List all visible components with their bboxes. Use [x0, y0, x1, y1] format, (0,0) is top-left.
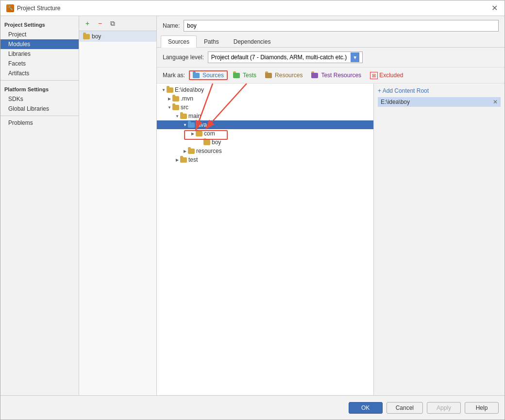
main-folder-icon: [180, 114, 187, 119]
toggle-main[interactable]: ▼: [174, 114, 180, 118]
toggle-root[interactable]: ▼: [161, 88, 167, 92]
language-level-label: Language level:: [163, 54, 204, 61]
remove-content-root-button[interactable]: ✕: [493, 99, 498, 105]
language-level-select[interactable]: Project default (7 - Diamonds, ARM, mult…: [208, 51, 363, 63]
test-resources-btn-label: Test Resources: [321, 72, 361, 79]
sidebar-item-modules[interactable]: Modules: [0, 39, 79, 49]
tree-item-com[interactable]: ▶ com: [157, 129, 373, 138]
ok-button[interactable]: OK: [349, 402, 383, 414]
module-toolbar: + − ⧉: [79, 16, 156, 31]
close-button[interactable]: ✕: [490, 4, 499, 12]
toggle-src[interactable]: ▼: [167, 105, 172, 110]
resources-btn-label: Resources: [275, 72, 303, 79]
java-folder-icon: [188, 122, 195, 128]
tree-panel[interactable]: ▼ E:\idea\boy ▶ .mvn ▼ src: [157, 84, 373, 395]
cancel-button[interactable]: Cancel: [387, 402, 423, 414]
language-level-value: Project default (7 - Diamonds, ARM, mult…: [211, 54, 347, 61]
tree-item-main[interactable]: ▼ main: [157, 112, 373, 120]
toggle-java[interactable]: ▼: [182, 123, 188, 127]
mark-as-sources-button[interactable]: Sources: [189, 70, 228, 80]
resources-folder-icon-tree: [188, 149, 195, 154]
apply-button[interactable]: Apply: [427, 402, 461, 414]
sidebar-item-global-libraries[interactable]: Global Libraries: [0, 104, 79, 114]
tree-node-label: E:\idea\boy: [175, 86, 204, 93]
root-folder-icon: [167, 87, 173, 93]
toggle-test[interactable]: ▶: [174, 158, 180, 162]
sources-btn-label: Sources: [202, 72, 224, 79]
toggle-resources[interactable]: ▶: [182, 149, 188, 153]
sidebar: Project Settings Project Modules Librari…: [0, 16, 79, 395]
tree-node-label: src: [181, 104, 188, 111]
toggle-com[interactable]: ▶: [190, 132, 196, 136]
mark-as-test-resources-button[interactable]: Test Resources: [308, 71, 365, 80]
sidebar-item-artifacts[interactable]: Artifacts: [0, 68, 79, 78]
mark-as-excluded-button[interactable]: ⊠ Excluded: [367, 71, 406, 80]
content-root-item: E:\idea\boy ✕: [378, 97, 501, 107]
toggle-mvn[interactable]: ▶: [167, 97, 172, 101]
mark-as-label: Mark as:: [163, 72, 185, 79]
tree-item-root[interactable]: ▼ E:\idea\boy: [157, 85, 373, 94]
test-folder-icon: [180, 157, 187, 163]
mark-as-resources-button[interactable]: Resources: [262, 71, 306, 80]
app-icon: 🔧: [6, 4, 14, 12]
module-folder-icon: [83, 34, 90, 39]
title-bar: 🔧 Project Structure ✕: [0, 0, 505, 16]
help-button[interactable]: Help: [465, 402, 499, 414]
remove-module-button[interactable]: −: [95, 18, 105, 29]
sources-folder-icon: [193, 73, 200, 78]
tests-folder-icon: [233, 73, 240, 78]
mark-as-row: Mark as: Sources Tests Resources Test Re…: [157, 67, 505, 84]
main-content: Project Settings Project Modules Librari…: [0, 16, 505, 395]
language-level-row: Language level: Project default (7 - Dia…: [157, 48, 505, 67]
tree-item-boy-sub[interactable]: ▶ boy: [157, 138, 373, 147]
platform-settings-header: Platform Settings: [0, 84, 79, 94]
sidebar-divider-2: [0, 116, 79, 116]
tree-node-label: com: [204, 130, 215, 137]
copy-module-button[interactable]: ⧉: [107, 18, 118, 29]
tab-sources[interactable]: Sources: [161, 35, 197, 48]
dialog-title: Project Structure: [17, 5, 60, 12]
tests-btn-label: Tests: [243, 72, 256, 79]
add-content-root-button[interactable]: + Add Content Root: [378, 87, 501, 94]
add-content-root-label: + Add Content Root: [378, 87, 429, 94]
tree-item-mvn[interactable]: ▶ .mvn: [157, 94, 373, 103]
project-structure-dialog: 🔧 Project Structure ✕ Project Settings P…: [0, 0, 505, 420]
excluded-btn-label: Excluded: [379, 72, 403, 79]
tree-item-src[interactable]: ▼ src: [157, 103, 373, 112]
src-folder-icon: [172, 105, 179, 110]
sidebar-item-project[interactable]: Project: [0, 30, 79, 39]
tree-node-label: main: [188, 113, 201, 119]
name-input[interactable]: [184, 20, 499, 32]
sidebar-item-sdks[interactable]: SDKs: [0, 94, 79, 104]
tabs-row: Sources Paths Dependencies: [157, 35, 505, 48]
content-root-panel: + Add Content Root E:\idea\boy ✕: [373, 84, 505, 395]
tree-node-label: boy: [212, 139, 221, 146]
right-panel: Name: Sources Paths Dependencies Languag…: [157, 16, 505, 395]
module-list: boy: [79, 31, 156, 395]
project-settings-header: Project Settings: [0, 20, 79, 30]
dropdown-arrow-icon: ▼: [351, 52, 359, 62]
com-folder-icon: [196, 131, 202, 136]
module-list-item[interactable]: boy: [79, 31, 156, 42]
bottom-bar: OK Cancel Apply Help: [0, 395, 505, 420]
sidebar-divider: [0, 80, 79, 81]
boy-sub-folder-icon: [203, 140, 210, 145]
tab-dependencies[interactable]: Dependencies: [226, 35, 278, 48]
mark-as-tests-button[interactable]: Tests: [230, 71, 260, 80]
tree-item-test[interactable]: ▶ test: [157, 155, 373, 164]
tree-item-java[interactable]: ▼ java: [157, 120, 373, 129]
tree-node-label: resources: [196, 148, 222, 154]
tab-paths[interactable]: Paths: [197, 35, 226, 48]
sidebar-item-facets[interactable]: Facets: [0, 59, 79, 68]
sidebar-item-problems[interactable]: Problems: [0, 118, 79, 128]
mvn-folder-icon: [172, 96, 179, 101]
add-module-button[interactable]: +: [82, 18, 93, 29]
sidebar-item-libraries[interactable]: Libraries: [0, 49, 79, 59]
tree-item-resources[interactable]: ▶ resources: [157, 147, 373, 155]
content-area: ▼ E:\idea\boy ▶ .mvn ▼ src: [157, 84, 505, 395]
module-panel: + − ⧉ boy: [79, 16, 157, 395]
resources-folder-icon: [265, 73, 272, 78]
tree-node-label: test: [188, 156, 198, 163]
module-name: boy: [92, 33, 101, 40]
tree-node-label: java: [196, 121, 207, 128]
